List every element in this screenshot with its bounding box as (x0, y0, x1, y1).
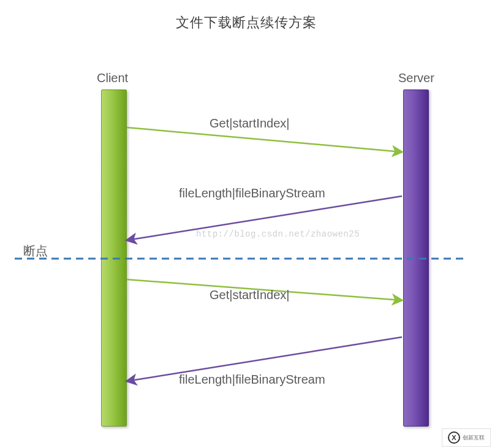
actor-client-label: Client (97, 71, 128, 85)
message-1-label: Get|startIndex| (210, 116, 289, 131)
svg-line-0 (127, 127, 402, 152)
server-lifeline (403, 89, 429, 427)
watermark-text: http://blog.csdn.net/zhaowen25 (196, 229, 360, 239)
breakpoint-label: 断点 (23, 243, 48, 259)
message-3-label: Get|startIndex| (210, 288, 289, 302)
brand-logo: X 创新互联 (442, 428, 491, 447)
message-4-label: fileLength|fileBinaryStream (179, 373, 325, 387)
actor-server-label: Server (398, 71, 434, 85)
diagram-title: 文件下载断点续传方案 (0, 13, 492, 32)
logo-text: 创新互联 (463, 434, 485, 442)
client-lifeline (101, 89, 127, 427)
message-2-label: fileLength|fileBinaryStream (179, 186, 325, 200)
logo-icon: X (448, 431, 460, 444)
